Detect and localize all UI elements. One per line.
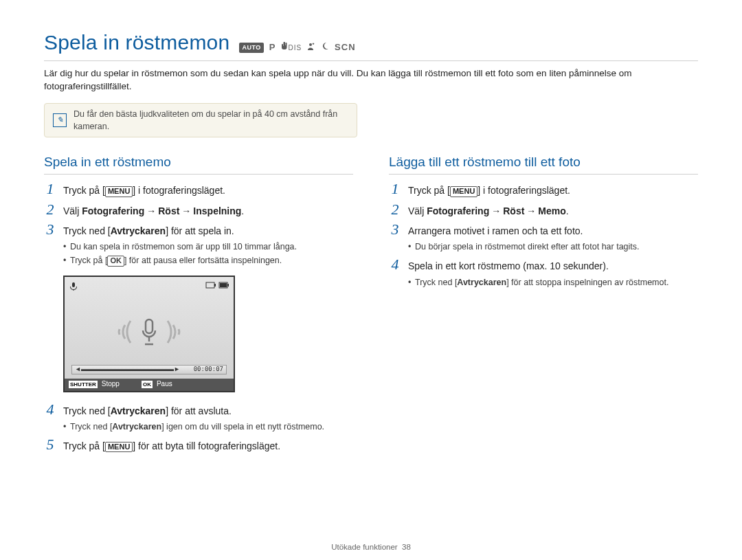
svg-point-0 [309, 43, 312, 46]
list-item: Du börjar spela in röstmemot direkt efte… [408, 240, 698, 253]
step-number: 3 [44, 222, 56, 237]
mode-person-icon [307, 41, 315, 54]
svg-rect-3 [214, 284, 216, 287]
step-body: Tryck på [MENU] för att byta till fotogr… [63, 437, 280, 453]
title-row: Spela in röstmemon AUTO P DIS SCN [44, 27, 698, 58]
info-icon: ✎ [53, 113, 67, 127]
manual-page: Spela in röstmemon AUTO P DIS SCN Lär di… [0, 0, 742, 560]
mode-dis-label: DIS [281, 42, 302, 54]
mode-auto-badge: AUTO [239, 43, 263, 53]
right-step-3: 3 Arrangera motivet i ramen och ta ett f… [389, 222, 698, 238]
list-item: Tryck på [OK] för att pausa eller fortsä… [63, 254, 353, 267]
step-body: Tryck ned [Avtryckaren] för att avsluta. [63, 402, 232, 418]
lcd-pause-label: Paus [157, 379, 172, 390]
step-body: Tryck ned [Avtryckaren] för att spela in… [63, 222, 234, 238]
shutter-tag: SHUTTER [69, 381, 98, 389]
svg-rect-2 [206, 282, 214, 288]
left-step-4: 4 Tryck ned [Avtryckaren] för att avslut… [44, 402, 353, 418]
svg-rect-7 [146, 320, 153, 333]
step-body: Välj Fotografering→Röst→Memo. [408, 202, 569, 218]
title-rule [44, 60, 698, 61]
list-item: Du kan spela in röstmemon som är upp til… [63, 240, 353, 253]
lcd-battery-icons [205, 281, 229, 292]
step-number: 1 [44, 181, 56, 197]
lcd-bottom-bar: SHUTTER Stopp OK Paus [65, 379, 234, 391]
menu-key: MENU [105, 442, 133, 452]
footer-section: Utökade funktioner [331, 543, 398, 551]
camera-lcd-illustration: ◄▬▬▬▬▬▬▬▬▬▬▬▬▬▬▬► 00:00:07 SHUTTER Stopp… [63, 276, 235, 392]
step-number: 1 [389, 181, 401, 197]
mode-night-icon [321, 41, 329, 54]
moon-icon [321, 42, 329, 50]
sound-wave-right-icon [165, 317, 186, 347]
svg-rect-6 [227, 284, 229, 287]
columns: Spela in ett röstmemo 1 Tryck på [MENU] … [44, 153, 698, 456]
left-step-2: 2 Välj Fotografering→Röst→Inspelning. [44, 202, 353, 218]
step-body: Tryck på [MENU] i fotograferingsläget. [408, 181, 570, 197]
right-step-4: 4 Spela in ett kort röstmemo (max. 10 se… [389, 257, 698, 273]
list-item: Tryck ned [Avtryckaren] för att stoppa i… [408, 276, 698, 289]
person-star-icon [307, 42, 315, 50]
step-number: 4 [389, 257, 401, 272]
step-number: 5 [44, 437, 56, 452]
left-step-1: 1 Tryck på [MENU] i fotograferingsläget. [44, 181, 353, 197]
intro-text: Lär dig hur du spelar in röstmemon som d… [44, 67, 698, 93]
microphone-icon [69, 282, 78, 291]
left-heading: Spela in ett röstmemo [44, 153, 353, 172]
lcd-progress-bar: ◄▬▬▬▬▬▬▬▬▬▬▬▬▬▬▬► 00:00:07 [71, 365, 227, 374]
menu-key: MENU [105, 186, 133, 197]
step-body: Tryck på [MENU] i fotograferingsläget. [63, 181, 225, 197]
battery-icon [218, 282, 229, 289]
left-column: Spela in ett röstmemo 1 Tryck på [MENU] … [44, 153, 353, 456]
step-number: 2 [44, 202, 56, 217]
right-step-4-sub: Tryck ned [Avtryckaren] för att stoppa i… [389, 276, 698, 289]
microphone-large-icon [139, 317, 159, 347]
step-number: 2 [389, 202, 401, 217]
right-heading: Lägga till ett röstmemo till ett foto [389, 153, 698, 172]
step-body: Arrangera motivet i ramen och ta ett fot… [408, 222, 583, 238]
right-column: Lägga till ett röstmemo till ett foto 1 … [389, 153, 698, 456]
right-step-3-sub: Du börjar spela in röstmemot direkt efte… [389, 240, 698, 253]
page-footer: Utökade funktioner 38 [0, 541, 742, 553]
card-icon [205, 282, 216, 289]
sound-wave-left-icon [113, 317, 133, 347]
ok-tag: OK [142, 381, 153, 389]
step-number: 3 [389, 222, 401, 237]
tip-callout: ✎ Du får den bästa ljudkvaliteten om du … [44, 103, 357, 137]
right-step-2: 2 Välj Fotografering→Röst→Memo. [389, 202, 698, 218]
left-step-5: 5 Tryck på [MENU] för att byta till foto… [44, 437, 353, 453]
svg-rect-1 [72, 282, 75, 287]
right-step-1: 1 Tryck på [MENU] i fotograferingsläget. [389, 181, 698, 197]
left-step-3: 3 Tryck ned [Avtryckaren] för att spela … [44, 222, 353, 238]
lcd-stop-label: Stopp [102, 379, 120, 390]
hand-icon [281, 42, 288, 50]
menu-key: MENU [450, 186, 477, 197]
right-rule [389, 174, 698, 175]
step-body: Spela in ett kort röstmemo (max. 10 seku… [408, 257, 609, 273]
progress-track-icon: ◄▬▬▬▬▬▬▬▬▬▬▬▬▬▬▬► [75, 365, 180, 374]
step-body: Välj Fotografering→Röst→Inspelning. [63, 202, 244, 218]
left-step-3-sub: Du kan spela in röstmemon som är upp til… [44, 240, 353, 267]
mode-p-label: P [269, 41, 276, 54]
list-item: Tryck ned [Avtryckaren] igen om du vill … [63, 421, 353, 433]
lcd-timer: 00:00:07 [194, 365, 223, 374]
mode-icons: AUTO P DIS SCN [239, 41, 355, 54]
left-step-4-sub: Tryck ned [Avtryckaren] igen om du vill … [44, 421, 353, 433]
tip-text: Du får den bästa ljudkvaliteten om du sp… [74, 108, 348, 133]
page-title: Spela in röstmemon [44, 27, 229, 58]
step-number: 4 [44, 402, 56, 417]
footer-page-number: 38 [402, 543, 411, 551]
lcd-center [65, 300, 234, 363]
left-rule [44, 174, 353, 175]
mode-scn-label: SCN [335, 41, 355, 54]
svg-rect-5 [220, 283, 227, 287]
lcd-top-bar [69, 281, 229, 292]
ok-key: OK [107, 256, 124, 266]
